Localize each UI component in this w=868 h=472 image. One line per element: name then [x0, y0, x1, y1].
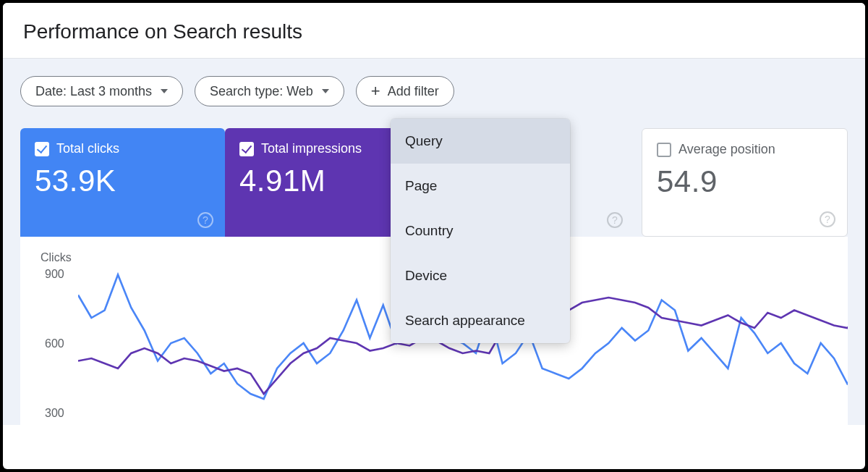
plus-icon: +: [371, 83, 380, 99]
filter-search-type[interactable]: Search type: Web: [195, 76, 344, 106]
checkbox-checked-icon[interactable]: [239, 142, 254, 156]
metric-card-clicks[interactable]: Total clicks 53.9K ?: [20, 128, 225, 237]
dropdown-item-device[interactable]: Device: [391, 253, 570, 298]
filters-bar: Date: Last 3 months Search type: Web + A…: [3, 59, 865, 128]
page-title: Performance on Search results: [23, 20, 845, 43]
metric-label: Average position: [678, 142, 775, 157]
y-tick: 300: [45, 407, 64, 420]
dropdown-item-country[interactable]: Country: [391, 208, 570, 253]
checkbox-unchecked-icon[interactable]: [657, 143, 671, 157]
help-icon[interactable]: ?: [820, 211, 835, 227]
help-icon[interactable]: ?: [607, 212, 623, 228]
metric-value: 54.9: [657, 164, 833, 199]
metric-value: 53.9K: [35, 164, 210, 198]
chevron-down-icon: [322, 89, 329, 93]
y-tick: 900: [45, 268, 64, 281]
metric-label: Total clicks: [56, 141, 119, 156]
metric-value: 4.91M: [239, 164, 415, 198]
add-filter-dropdown: QueryPageCountryDeviceSearch appearance: [391, 119, 570, 343]
add-filter-label: Add filter: [388, 84, 439, 99]
metric-card-position[interactable]: Average position 54.9 ?: [642, 128, 848, 237]
filter-date[interactable]: Date: Last 3 months: [20, 76, 183, 106]
dropdown-item-search-appearance[interactable]: Search appearance: [391, 298, 570, 343]
metric-label: Total impressions: [261, 141, 362, 156]
y-tick: 600: [45, 337, 64, 350]
help-icon[interactable]: ?: [197, 212, 213, 228]
filter-search-type-label: Search type: Web: [210, 84, 313, 99]
dropdown-item-page[interactable]: Page: [391, 164, 570, 208]
chart-y-label: Clicks: [41, 251, 72, 264]
chevron-down-icon: [161, 89, 168, 93]
header: Performance on Search results: [3, 3, 865, 59]
add-filter-button[interactable]: + Add filter: [356, 76, 454, 106]
checkbox-checked-icon[interactable]: [35, 142, 49, 156]
dropdown-item-query[interactable]: Query: [391, 119, 570, 164]
filter-date-label: Date: Last 3 months: [35, 84, 152, 99]
